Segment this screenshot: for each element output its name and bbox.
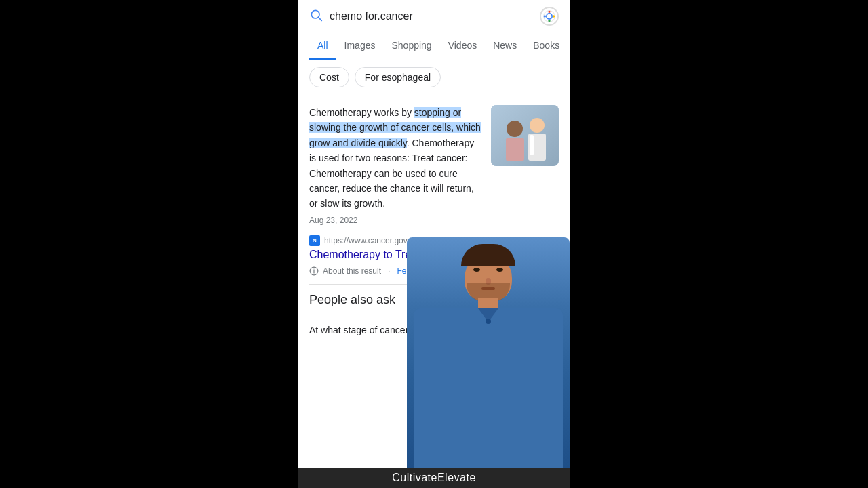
result-intro: Chemotherapy works by bbox=[309, 107, 414, 118]
svg-rect-5 bbox=[553, 15, 555, 17]
svg-rect-11 bbox=[506, 138, 524, 161]
svg-line-1 bbox=[319, 18, 322, 21]
black-left-panel bbox=[0, 0, 298, 488]
black-right-panel bbox=[570, 0, 868, 488]
filter-chip-esophageal[interactable]: For esophageal bbox=[355, 67, 441, 87]
svg-rect-6 bbox=[548, 20, 550, 22]
google-lens-icon[interactable] bbox=[540, 7, 559, 26]
filter-chip-cost[interactable]: Cost bbox=[309, 67, 349, 87]
source-favicon: N bbox=[309, 235, 320, 246]
result-text: Chemotherapy works by stopping or slowin… bbox=[309, 105, 483, 227]
bottom-brand-bar: CultivateElevate bbox=[0, 468, 868, 488]
svg-rect-7 bbox=[544, 15, 546, 17]
tab-videos[interactable]: Videos bbox=[440, 33, 486, 60]
tab-news[interactable]: News bbox=[485, 33, 525, 60]
brand-name: CultivateElevate bbox=[392, 472, 476, 484]
svg-point-10 bbox=[507, 121, 523, 137]
filter-chips: Cost For esophageal bbox=[298, 60, 570, 94]
svg-rect-9 bbox=[491, 105, 559, 166]
search-icon bbox=[309, 8, 323, 24]
result-image bbox=[491, 105, 559, 166]
result-image-placeholder bbox=[491, 105, 559, 166]
result-block: Chemotherapy works by stopping or slowin… bbox=[309, 105, 559, 227]
tab-shopping[interactable]: Shopping bbox=[383, 33, 439, 60]
result-date: Aug 23, 2022 bbox=[309, 214, 483, 227]
about-text: About this result bbox=[323, 266, 381, 276]
phone-screen: chemo for.cancer All Images Shopping Vid… bbox=[298, 0, 570, 488]
search-bar: chemo for.cancer bbox=[298, 0, 570, 33]
search-input[interactable]: chemo for.cancer bbox=[330, 10, 540, 22]
tab-books[interactable]: Books bbox=[525, 33, 568, 60]
svg-rect-4 bbox=[548, 11, 550, 13]
svg-rect-14 bbox=[530, 135, 534, 155]
person-video-overlay bbox=[407, 237, 570, 468]
search-tabs: All Images Shopping Videos News Books bbox=[298, 33, 570, 60]
svg-point-17 bbox=[313, 268, 314, 269]
tab-all[interactable]: All bbox=[309, 33, 336, 60]
tab-images[interactable]: Images bbox=[336, 33, 384, 60]
svg-point-12 bbox=[530, 118, 545, 133]
